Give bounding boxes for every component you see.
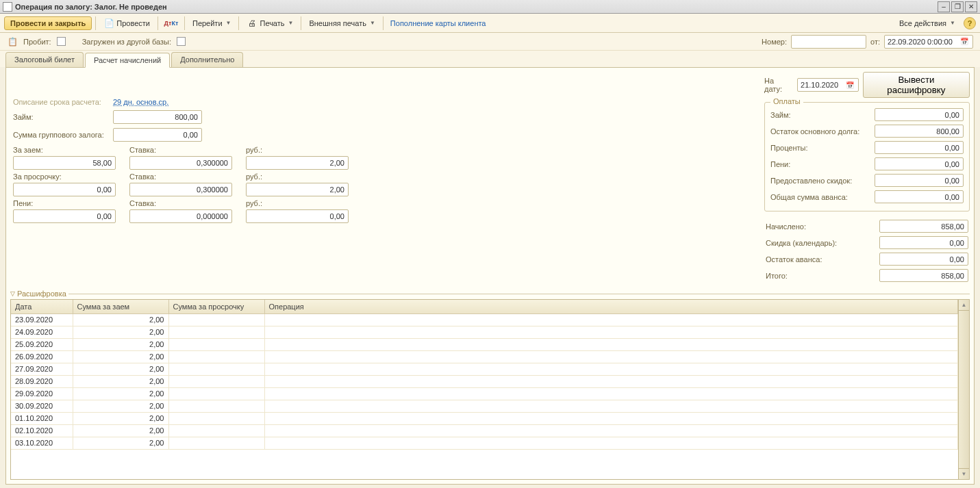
payments-legend: Оплаты <box>770 97 803 105</box>
desc-link[interactable]: 29 дн. основ.ср. <box>113 98 168 106</box>
t-caldisc-label: Скидка (календарь): <box>766 239 879 247</box>
table-row[interactable]: 24.09.20202,00 <box>11 326 958 338</box>
overdue-amount-field[interactable]: 0,00 <box>13 183 116 196</box>
restore-button[interactable]: ❐ <box>951 1 964 12</box>
print-menu[interactable]: 🖨 Печать ▼ <box>242 16 297 31</box>
table-row[interactable]: 26.09.20202,00 <box>11 350 958 363</box>
for-loan-rate-field[interactable]: 0,300000 <box>129 156 232 170</box>
ondate-value: 21.10.2020 <box>801 81 844 89</box>
detail-legend: Расшифровка <box>17 290 66 298</box>
col-operation[interactable]: Операция <box>264 300 958 313</box>
loaded-label: Загружен из другой базы: <box>82 38 171 46</box>
calc-form: Описание срока расчета: 29 дн. основ.ср.… <box>10 72 757 285</box>
col-date[interactable]: Дата <box>11 300 73 313</box>
dropdown-icon: ▼ <box>950 20 955 26</box>
p-interest-value: 0,00 <box>875 141 964 154</box>
post-icon: 📄 <box>103 18 114 29</box>
tab-calc[interactable]: Расчет начислений <box>85 53 170 68</box>
scroll-down-icon[interactable]: ▼ <box>959 468 969 479</box>
from-date-value: 22.09.2020 0:00:00 <box>888 38 959 46</box>
loan-label: Займ: <box>13 113 109 121</box>
table-row[interactable]: 01.10.20202,00 <box>11 412 958 424</box>
col-amt-over[interactable]: Сумма за просрочку <box>168 300 264 313</box>
desc-label: Описание срока расчета: <box>13 98 109 106</box>
t-accrued-label: Начислено: <box>766 222 879 231</box>
peni-amount-field[interactable]: 0,00 <box>13 209 116 223</box>
document-icon <box>3 2 12 12</box>
detail-section: ▽ Расшифровка Дата Сумма за заем Сумма з… <box>6 290 974 484</box>
receipt-icon: 📋 <box>7 36 18 47</box>
table-row[interactable]: 25.09.20202,00 <box>11 338 958 350</box>
dropdown-icon: ▼ <box>226 20 231 26</box>
minimize-button[interactable]: – <box>938 1 950 12</box>
infobar: 📋 Пробит: Загружен из другой базы: Номер… <box>0 33 980 51</box>
external-print-menu[interactable]: Внешняя печать ▼ <box>305 17 379 29</box>
post-button[interactable]: 📄 Провести <box>99 16 154 31</box>
table-row[interactable]: 30.09.20202,00 <box>11 400 958 412</box>
p-advance-label: Общая сумма аванса: <box>770 193 875 201</box>
table-row[interactable]: 02.10.20202,00 <box>11 424 958 437</box>
goto-menu[interactable]: Перейти ▼ <box>188 17 236 29</box>
close-button[interactable]: ✕ <box>965 1 977 12</box>
group-label: Сумма группового залога: <box>13 131 109 139</box>
peni-rate-field[interactable]: 0,000000 <box>129 209 232 223</box>
post-label: Провести <box>116 19 150 27</box>
from-date-field[interactable]: 22.09.2020 0:00:00 📅 <box>884 35 973 49</box>
table-row[interactable]: 27.09.20202,00 <box>11 363 958 375</box>
scrollbar[interactable]: ▲ ▼ <box>958 300 969 479</box>
dtkt-icon: ДтКт <box>166 18 177 29</box>
table-row[interactable]: 29.09.20202,00 <box>11 387 958 400</box>
extprint-label: Внешняя печать <box>309 19 366 27</box>
calendar-icon[interactable]: 📅 <box>844 79 855 90</box>
overdue-rub-field[interactable]: 2,00 <box>246 183 349 196</box>
goto-label: Перейти <box>192 19 223 27</box>
p-loan-value: 0,00 <box>875 108 964 121</box>
rate-label-3: Ставка: <box>129 199 232 207</box>
dtkt-button[interactable]: ДтКт <box>162 16 181 31</box>
peni-rub-field[interactable]: 0,00 <box>246 209 349 223</box>
for-loan-amount-field[interactable]: 58,00 <box>13 156 116 170</box>
payments-fieldset: Оплаты Займ:0,00 Остаток основного долга… <box>764 102 970 211</box>
ondate-label: На дату: <box>764 77 793 93</box>
scroll-up-icon[interactable]: ▲ <box>959 300 969 311</box>
t-advrest-label: Остаток аванса: <box>766 255 879 264</box>
probit-label: Пробит: <box>23 38 51 46</box>
number-field[interactable] <box>791 35 866 49</box>
loaded-checkbox[interactable] <box>177 37 186 46</box>
rub-label: руб.: <box>246 146 349 154</box>
tab-ticket[interactable]: Залоговый билет <box>5 52 84 67</box>
overdue-rate-field[interactable]: 0,300000 <box>129 183 232 196</box>
table-row[interactable]: 03.10.20202,00 <box>11 437 958 449</box>
ondate-field[interactable]: 21.10.2020 📅 <box>797 78 859 92</box>
number-label: Номер: <box>762 38 787 46</box>
group-field[interactable]: 0,00 <box>113 128 202 142</box>
probit-checkbox[interactable] <box>57 37 66 46</box>
for-loan-label: За заем: <box>13 146 116 154</box>
t-accrued-value: 858,00 <box>879 220 968 233</box>
table-row[interactable]: 28.09.20202,00 <box>11 375 958 387</box>
t-total-value: 858,00 <box>879 269 968 282</box>
rub-label-3: руб.: <box>246 199 349 207</box>
submit-and-close-button[interactable]: Провести и закрыть <box>4 16 92 30</box>
t-advrest-value: 0,00 <box>879 253 968 266</box>
help-button[interactable]: ? <box>964 17 976 29</box>
rub-label-2: руб.: <box>246 172 349 181</box>
detail-table-wrap: Дата Сумма за заем Сумма за просрочку Оп… <box>10 299 970 480</box>
tabs: Залоговый билет Расчет начислений Дополн… <box>0 51 980 67</box>
decode-button[interactable]: Вывести расшифровку <box>863 72 970 98</box>
print-label: Печать <box>260 19 284 27</box>
table-row[interactable]: 23.09.20202,00 <box>11 313 958 326</box>
card-topup-link[interactable]: Пополнение карты клиента <box>387 18 490 29</box>
for-loan-rub-field[interactable]: 2,00 <box>246 156 349 170</box>
p-discount-value: 0,00 <box>875 174 964 187</box>
dropdown-icon: ▼ <box>370 20 375 26</box>
tab-extra[interactable]: Дополнительно <box>171 52 243 67</box>
tab-content: Описание срока расчета: 29 дн. основ.ср.… <box>5 67 975 485</box>
collapse-icon[interactable]: ▽ <box>10 290 15 297</box>
loan-field[interactable]: 800,00 <box>113 110 202 124</box>
all-actions-menu[interactable]: Все действия ▼ <box>895 17 959 29</box>
calendar-icon[interactable]: 📅 <box>959 36 970 47</box>
col-amt-loan[interactable]: Сумма за заем <box>73 300 168 313</box>
rate-label-2: Ставка: <box>129 172 232 181</box>
detail-table[interactable]: Дата Сумма за заем Сумма за просрочку Оп… <box>11 300 958 450</box>
